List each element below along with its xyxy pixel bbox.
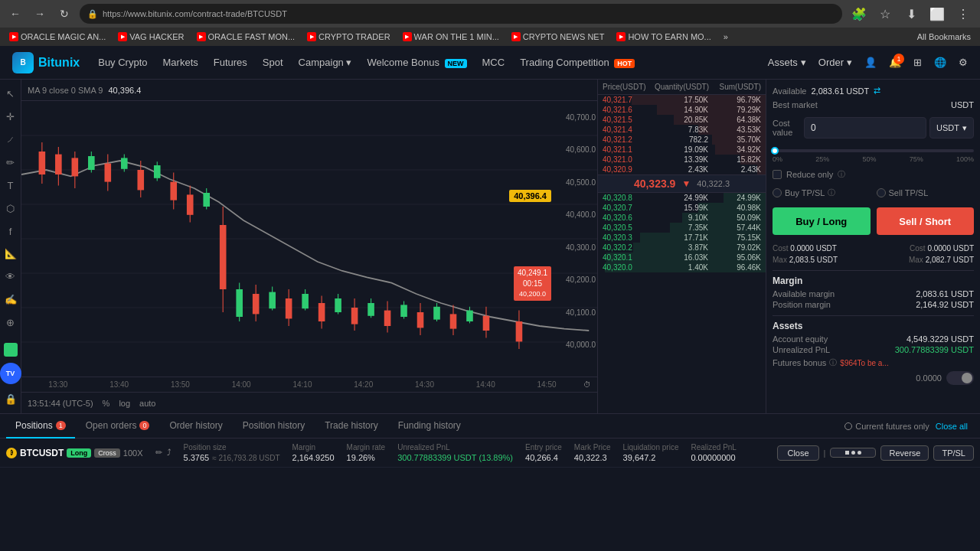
tab-order-history[interactable]: Order history xyxy=(160,414,231,439)
nav-buy-crypto[interactable]: Buy Crypto xyxy=(98,57,147,68)
grid-icon[interactable]: ⊞ xyxy=(913,57,922,68)
url-bar[interactable]: 🔒 https://www.bitunix.com/contract-trade… xyxy=(80,4,842,24)
nav-mcc[interactable]: MCC xyxy=(482,57,505,68)
time-1440: 14:40 xyxy=(476,380,495,389)
reverse-button[interactable]: Reverse xyxy=(880,445,929,461)
buy-tpsl-radio[interactable] xyxy=(773,188,782,197)
measure-tool[interactable]: 📐 xyxy=(2,246,19,262)
logo[interactable]: B Bitunix xyxy=(12,52,80,73)
bookmark-war-on-the[interactable]: WAR ON THE 1 MIN... xyxy=(400,32,502,41)
settings-icon[interactable]: ⚙ xyxy=(959,57,968,68)
all-bookmarks[interactable]: All Bookmarks xyxy=(914,32,974,41)
svg-rect-64 xyxy=(516,321,523,341)
slider-100: 100% xyxy=(956,155,974,163)
share-icon[interactable]: ⤴ xyxy=(167,448,172,458)
buy-tpsl-info-icon[interactable]: ⓘ xyxy=(828,187,835,198)
toggle-row: 0.0000 xyxy=(773,371,974,385)
pen-tool[interactable]: ✏ xyxy=(2,155,19,171)
reload-button[interactable]: ↻ xyxy=(55,5,74,23)
futures-bonus-info[interactable]: ⓘ xyxy=(829,357,837,368)
log-toggle[interactable]: log xyxy=(119,399,130,408)
ob-bg xyxy=(633,243,766,253)
bottom-tabs-right: Current futures only Close all xyxy=(844,422,974,431)
sell-cost-label: Cost 0.0000 USDT xyxy=(909,243,974,254)
lock-icon[interactable]: 🔒 xyxy=(2,390,19,407)
tab-trade-history[interactable]: Trade history xyxy=(315,414,387,439)
svg-rect-10 xyxy=(55,155,62,174)
ob-bg xyxy=(657,105,766,115)
toggle-switch[interactable] xyxy=(946,371,974,385)
pos-mark-detail: Mark Price 40,322.3 xyxy=(574,443,611,462)
pos-unrealized-detail: Unrealized PnL 300.77883399 USDT (13.89%… xyxy=(397,443,513,462)
tab-open-orders[interactable]: Open orders 0 xyxy=(77,414,159,439)
color-picker[interactable] xyxy=(4,343,18,357)
favorites-button[interactable]: ☆ xyxy=(874,3,896,24)
auto-toggle[interactable]: auto xyxy=(139,399,155,408)
globe-icon[interactable]: 🌐 xyxy=(934,57,946,68)
dropdown-arrow: ▾ xyxy=(962,123,967,133)
close-position-button[interactable]: Close xyxy=(777,445,818,461)
timezone-icon[interactable]: ⏱ xyxy=(583,380,591,389)
back-button[interactable]: ← xyxy=(6,5,24,23)
notification-bell[interactable]: 🔔 1 xyxy=(889,57,901,68)
bookmark-vag-hacker[interactable]: VAG HACKER xyxy=(115,32,187,41)
close-all-button[interactable]: Close all xyxy=(936,422,968,431)
bookmarks-overflow[interactable]: » xyxy=(720,32,731,41)
menu-button[interactable]: ⋮ xyxy=(952,3,974,24)
nav-campaign[interactable]: Campaign ▾ xyxy=(299,57,352,68)
edit-icon[interactable]: ✏ xyxy=(155,448,162,458)
tab-position-history[interactable]: Position history xyxy=(234,414,314,439)
futures-only-radio[interactable] xyxy=(844,422,852,430)
tab-funding-history[interactable]: Funding history xyxy=(389,414,470,439)
user-icon[interactable]: 👤 xyxy=(864,57,877,68)
nav-trading-competition[interactable]: Trading Competition HOT xyxy=(520,57,635,68)
youtube-icon xyxy=(403,32,412,41)
nav-welcome-bonus[interactable]: Welcome Bonus NEW xyxy=(367,57,466,68)
ob-sell-row: 40,321.5 20.85K 64.38K xyxy=(598,115,766,125)
line-tool[interactable]: ⟋ xyxy=(2,132,19,148)
crosshair-tool[interactable]: ✛ xyxy=(2,109,19,126)
zoom-in-tool[interactable]: ⊕ xyxy=(2,315,19,331)
edit-tool[interactable]: ✍ xyxy=(2,292,19,308)
leverage-slider[interactable] xyxy=(773,149,974,152)
sell-short-button[interactable]: Sell / Short xyxy=(877,207,975,235)
tab-positions[interactable]: Positions 1 xyxy=(6,414,75,439)
nav-futures[interactable]: Futures xyxy=(214,57,247,68)
pos-margin-value: 2,164.9250 xyxy=(292,453,335,462)
youtube-icon xyxy=(9,32,18,41)
indicator-tool[interactable]: f xyxy=(2,223,19,240)
time-1340: 13:40 xyxy=(109,380,129,389)
nav-spot[interactable]: Spot xyxy=(263,57,283,68)
cost-input[interactable]: 0 xyxy=(804,117,926,139)
ob-sell-row: 40,320.9 2.43K 2.43K xyxy=(598,165,766,174)
cursor-tool[interactable]: ↖ xyxy=(2,86,19,103)
bookmark-how-to-earn[interactable]: HOW TO EARN MO... xyxy=(613,32,714,41)
ob-bg xyxy=(670,223,766,233)
bookmark-oracle-magic[interactable]: ORACLE MAGIC AN... xyxy=(6,32,109,41)
reduce-only-info-icon[interactable]: ⓘ xyxy=(838,169,845,180)
reduce-only-checkbox[interactable] xyxy=(773,170,782,179)
transfer-icon[interactable]: ⇄ xyxy=(874,86,880,96)
usdt-select[interactable]: USDT ▾ xyxy=(929,117,974,139)
pos-edit-icons: ✏ ⤴ xyxy=(155,448,172,458)
text-tool[interactable]: T xyxy=(2,177,19,194)
price-40300: 40,300.0 xyxy=(566,243,596,252)
buy-long-button[interactable]: Buy / Long xyxy=(773,207,871,235)
shape-tool[interactable]: ⬡ xyxy=(2,200,19,217)
bookmark-crypto-trader[interactable]: CRYPTO TRADER xyxy=(304,32,394,41)
extensions-button[interactable]: 🧩 xyxy=(848,3,870,24)
split-button[interactable]: ⬜ xyxy=(926,3,948,24)
downloads-button[interactable]: ⬇ xyxy=(900,3,922,24)
nav-markets[interactable]: Markets xyxy=(163,57,198,68)
forward-button[interactable]: → xyxy=(31,5,49,23)
sell-tpsl-radio[interactable] xyxy=(877,188,886,197)
assets-menu[interactable]: Assets ▾ xyxy=(768,57,806,68)
eye-tool[interactable]: 👁 xyxy=(2,269,19,285)
bookmark-crypto-news[interactable]: CRYPTO NEWS NET xyxy=(508,32,608,41)
pct-toggle[interactable]: % xyxy=(103,399,110,408)
order-menu[interactable]: Order ▾ xyxy=(818,57,852,68)
slider-thumb[interactable] xyxy=(771,147,779,155)
bookmark-oracle-fast[interactable]: ORACLE FAST MON... xyxy=(194,32,299,41)
more-dots-button[interactable] xyxy=(830,448,876,458)
tpsl-button[interactable]: TP/SL xyxy=(933,445,974,461)
